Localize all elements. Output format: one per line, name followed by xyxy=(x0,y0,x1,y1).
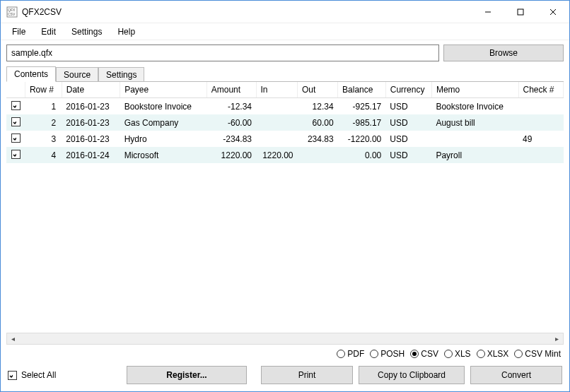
cell-amount: -12.34 xyxy=(207,98,256,115)
window-controls xyxy=(472,1,569,23)
cell-payee: Microsoft xyxy=(120,147,207,163)
format-options: PDF POSH CSV XLS XLSX CSV Mint xyxy=(1,348,569,363)
row-checkbox[interactable] xyxy=(11,101,21,110)
cell-payee: Hydro xyxy=(120,131,207,147)
row-checkbox[interactable] xyxy=(11,133,21,143)
table-row[interactable]: 22016-01-23Gas Company-60.0060.00-985.17… xyxy=(6,114,564,131)
format-xlsx[interactable]: XLSX xyxy=(477,349,509,359)
select-all-checkbox[interactable] xyxy=(8,371,17,380)
cell-memo: August bill xyxy=(431,114,518,131)
menu-file[interactable]: File xyxy=(5,25,33,38)
cell-checkno xyxy=(518,114,563,131)
table-row[interactable]: 32016-01-23Hydro-234.83234.83-1220.00USD… xyxy=(6,131,564,147)
copy-to-clipboard-button[interactable]: Copy to Clipboard xyxy=(359,366,465,384)
cell-out: 234.83 xyxy=(298,131,338,147)
close-button[interactable] xyxy=(537,1,569,23)
cell-date: 2016-01-23 xyxy=(62,131,120,147)
svg-line-5 xyxy=(550,9,556,15)
col-header-in[interactable]: In xyxy=(256,82,298,98)
table-row[interactable]: 42016-01-24Microsoft1220.001220.000.00US… xyxy=(6,147,564,163)
browse-button[interactable]: Browse xyxy=(443,44,564,61)
cell-balance: -925.17 xyxy=(338,98,386,115)
cell-memo: Bookstore Invoice xyxy=(431,98,518,115)
menubar: File Edit Settings Help xyxy=(1,23,569,40)
cell-amount: -234.83 xyxy=(207,131,256,147)
select-all[interactable]: Select All xyxy=(8,370,121,380)
cell-currency: USD xyxy=(385,98,431,115)
scroll-left-icon[interactable]: ◂ xyxy=(7,335,19,343)
col-header-payee[interactable]: Payee xyxy=(120,82,207,98)
file-path-input[interactable] xyxy=(6,44,439,61)
cell-out: 60.00 xyxy=(298,114,338,131)
col-header-date[interactable]: Date xyxy=(62,82,120,98)
format-csvmint-label: CSV Mint xyxy=(525,349,561,359)
cell-checkno xyxy=(518,98,563,115)
table-area: Row # Date Payee Amount In Out Balance C… xyxy=(6,81,564,331)
minimize-button[interactable] xyxy=(472,1,504,23)
svg-line-6 xyxy=(550,9,556,15)
cell-balance: -985.17 xyxy=(338,114,386,131)
format-csv[interactable]: CSV xyxy=(410,349,438,359)
col-header-checkno[interactable]: Check # xyxy=(518,82,563,98)
bottom-row: Select All Register... Print Copy to Cli… xyxy=(1,363,569,391)
convert-button[interactable]: Convert xyxy=(470,366,562,384)
cell-checkno: 49 xyxy=(518,131,563,147)
col-header-out[interactable]: Out xyxy=(298,82,338,98)
cell-in xyxy=(256,98,298,115)
scroll-right-icon[interactable]: ▸ xyxy=(551,335,563,343)
cell-checkno xyxy=(518,147,563,163)
cell-in xyxy=(256,131,298,147)
cell-out xyxy=(298,147,338,163)
cell-date: 2016-01-24 xyxy=(62,147,120,163)
col-header-amount[interactable]: Amount xyxy=(207,82,256,98)
col-header-row[interactable]: Row # xyxy=(25,82,62,98)
row-checkbox[interactable] xyxy=(11,117,21,126)
cell-amount: -60.00 xyxy=(207,114,256,131)
table-header-row: Row # Date Payee Amount In Out Balance C… xyxy=(6,82,564,98)
maximize-button[interactable] xyxy=(504,1,537,23)
titlebar: QFXCSV QFX2CSV xyxy=(1,1,569,23)
svg-rect-4 xyxy=(518,9,523,15)
tab-source[interactable]: Source xyxy=(56,67,98,82)
format-posh-label: POSH xyxy=(380,349,405,359)
format-xlsx-label: XLSX xyxy=(487,349,509,359)
cell-balance: -1220.00 xyxy=(338,131,386,147)
cell-currency: USD xyxy=(385,114,431,131)
svg-text:CSV: CSV xyxy=(8,12,16,16)
col-header-balance[interactable]: Balance xyxy=(338,82,386,98)
select-all-label: Select All xyxy=(21,370,56,380)
table-row[interactable]: 12016-01-23Bookstore Invoice-12.3412.34-… xyxy=(6,98,564,115)
col-header-checkbox[interactable] xyxy=(6,82,25,98)
cell-in: 1220.00 xyxy=(256,147,298,163)
format-pdf[interactable]: PDF xyxy=(337,349,364,359)
cell-row: 2 xyxy=(25,114,62,131)
cell-memo xyxy=(431,131,518,147)
menu-settings[interactable]: Settings xyxy=(64,25,109,38)
print-button[interactable]: Print xyxy=(261,366,353,384)
menu-help[interactable]: Help xyxy=(110,25,142,38)
cell-payee: Bookstore Invoice xyxy=(120,98,207,115)
format-xls-label: XLS xyxy=(455,349,471,359)
menu-edit[interactable]: Edit xyxy=(34,25,63,38)
row-checkbox[interactable] xyxy=(11,150,21,159)
format-posh[interactable]: POSH xyxy=(370,349,405,359)
cell-balance: 0.00 xyxy=(338,147,386,163)
cell-out: 12.34 xyxy=(298,98,338,115)
cell-date: 2016-01-23 xyxy=(62,114,120,131)
cell-memo: Payroll xyxy=(431,147,518,163)
col-header-currency[interactable]: Currency xyxy=(385,82,431,98)
transactions-table: Row # Date Payee Amount In Out Balance C… xyxy=(6,82,564,163)
register-button[interactable]: Register... xyxy=(127,366,247,384)
file-row: Browse xyxy=(1,40,569,66)
format-xls[interactable]: XLS xyxy=(444,349,471,359)
tab-contents[interactable]: Contents xyxy=(6,66,56,82)
format-csvmint[interactable]: CSV Mint xyxy=(514,349,561,359)
cell-amount: 1220.00 xyxy=(207,147,256,163)
horizontal-scrollbar[interactable]: ◂ ▸ xyxy=(6,333,564,345)
format-pdf-label: PDF xyxy=(347,349,364,359)
tabs: Contents Source Settings xyxy=(1,66,569,81)
tab-settings[interactable]: Settings xyxy=(98,67,144,82)
col-header-memo[interactable]: Memo xyxy=(431,82,518,98)
app-window: QFXCSV QFX2CSV File Edit Settings Help B… xyxy=(0,0,570,392)
cell-currency: USD xyxy=(385,131,431,147)
